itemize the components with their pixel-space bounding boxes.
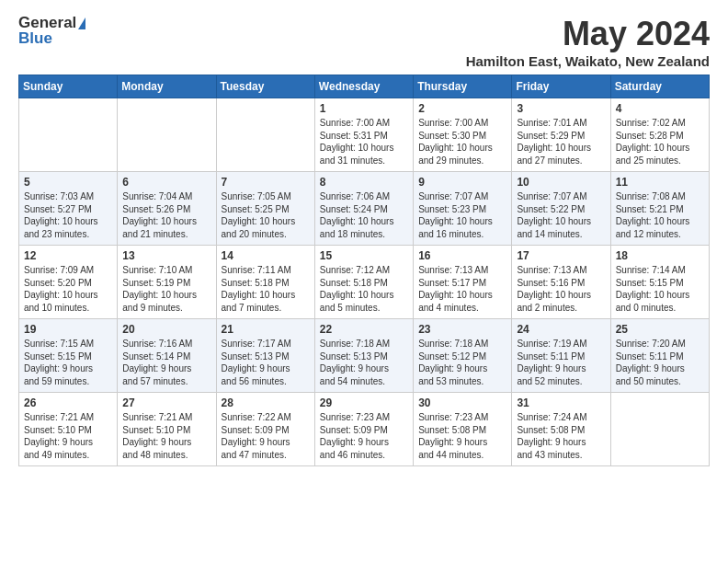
calendar-cell: 30Sunrise: 7:23 AM Sunset: 5:08 PM Dayli… [414,393,512,466]
day-number: 3 [517,102,605,115]
calendar-cell: 13Sunrise: 7:10 AM Sunset: 5:19 PM Dayli… [118,246,216,319]
cell-content: Sunrise: 7:14 AM Sunset: 5:15 PM Dayligh… [616,264,704,314]
calendar-cell: 8Sunrise: 7:06 AM Sunset: 5:24 PM Daylig… [314,172,413,246]
cell-content: Sunrise: 7:18 AM Sunset: 5:13 PM Dayligh… [320,338,408,387]
cell-content: Sunrise: 7:01 AM Sunset: 5:29 PM Dayligh… [517,117,605,167]
calendar-cell: 9Sunrise: 7:07 AM Sunset: 5:23 PM Daylig… [414,172,512,246]
day-number: 13 [122,249,210,262]
calendar-cell: 29Sunrise: 7:23 AM Sunset: 5:09 PM Dayli… [314,393,413,466]
cell-content: Sunrise: 7:19 AM Sunset: 5:11 PM Dayligh… [517,338,605,387]
day-header-friday: Friday [512,75,610,98]
cell-content: Sunrise: 7:05 AM Sunset: 5:25 PM Dayligh… [222,190,310,240]
cell-content: Sunrise: 7:08 AM Sunset: 5:21 PM Dayligh… [616,190,704,240]
calendar-cell: 14Sunrise: 7:11 AM Sunset: 5:18 PM Dayli… [216,246,314,319]
cell-content: Sunrise: 7:00 AM Sunset: 5:30 PM Dayligh… [418,117,506,167]
day-number: 18 [616,249,704,262]
calendar-cell: 26Sunrise: 7:21 AM Sunset: 5:10 PM Dayli… [19,393,118,466]
calendar-cell [19,98,118,172]
day-number: 14 [222,249,310,262]
day-number: 8 [320,176,408,189]
calendar-cell [118,98,216,172]
calendar-cell: 11Sunrise: 7:08 AM Sunset: 5:21 PM Dayli… [610,172,709,246]
day-number: 17 [517,249,605,262]
calendar-cell: 18Sunrise: 7:14 AM Sunset: 5:15 PM Dayli… [610,246,709,319]
day-number: 31 [517,396,605,409]
cell-content: Sunrise: 7:16 AM Sunset: 5:14 PM Dayligh… [122,338,210,387]
cell-content: Sunrise: 7:15 AM Sunset: 5:15 PM Dayligh… [24,338,112,387]
calendar-cell: 1Sunrise: 7:00 AM Sunset: 5:31 PM Daylig… [314,98,413,172]
day-number: 5 [24,176,112,189]
day-number: 21 [222,323,310,336]
day-number: 22 [320,323,408,336]
cell-content: Sunrise: 7:03 AM Sunset: 5:27 PM Dayligh… [24,190,112,240]
calendar-cell: 17Sunrise: 7:13 AM Sunset: 5:16 PM Dayli… [512,246,610,319]
day-number: 20 [122,323,210,336]
cell-content: Sunrise: 7:21 AM Sunset: 5:10 PM Dayligh… [122,411,210,461]
title-block: May 2024 Hamilton East, Waikato, New Zea… [466,15,710,69]
calendar-cell: 10Sunrise: 7:07 AM Sunset: 5:22 PM Dayli… [512,172,610,246]
cell-content: Sunrise: 7:23 AM Sunset: 5:09 PM Dayligh… [320,411,408,461]
calendar-cell: 5Sunrise: 7:03 AM Sunset: 5:27 PM Daylig… [19,172,118,246]
calendar-cell: 21Sunrise: 7:17 AM Sunset: 5:13 PM Dayli… [216,319,314,393]
cell-content: Sunrise: 7:07 AM Sunset: 5:22 PM Dayligh… [517,190,605,240]
day-number: 25 [616,323,704,336]
day-number: 19 [24,323,112,336]
calendar-cell: 3Sunrise: 7:01 AM Sunset: 5:29 PM Daylig… [512,98,610,172]
calendar-week-2: 5Sunrise: 7:03 AM Sunset: 5:27 PM Daylig… [19,172,710,246]
calendar-cell [610,393,709,466]
location-title: Hamilton East, Waikato, New Zealand [466,53,710,69]
day-header-tuesday: Tuesday [216,75,314,98]
calendar-cell: 15Sunrise: 7:12 AM Sunset: 5:18 PM Dayli… [314,246,413,319]
day-header-saturday: Saturday [610,75,709,98]
cell-content: Sunrise: 7:13 AM Sunset: 5:16 PM Dayligh… [517,264,605,314]
day-header-thursday: Thursday [414,75,512,98]
calendar-cell: 6Sunrise: 7:04 AM Sunset: 5:26 PM Daylig… [118,172,216,246]
calendar-cell: 27Sunrise: 7:21 AM Sunset: 5:10 PM Dayli… [118,393,216,466]
cell-content: Sunrise: 7:22 AM Sunset: 5:09 PM Dayligh… [222,411,310,461]
day-number: 10 [517,176,605,189]
cell-content: Sunrise: 7:17 AM Sunset: 5:13 PM Dayligh… [222,338,310,387]
page-header: General Blue May 2024 Hamilton East, Wai… [18,15,710,69]
day-number: 28 [222,396,310,409]
calendar-cell: 22Sunrise: 7:18 AM Sunset: 5:13 PM Dayli… [314,319,413,393]
cell-content: Sunrise: 7:12 AM Sunset: 5:18 PM Dayligh… [320,264,408,314]
day-number: 12 [24,249,112,262]
day-number: 15 [320,249,408,262]
calendar-body: 1Sunrise: 7:00 AM Sunset: 5:31 PM Daylig… [19,98,710,466]
day-number: 16 [418,249,506,262]
calendar-cell: 2Sunrise: 7:00 AM Sunset: 5:30 PM Daylig… [414,98,512,172]
cell-content: Sunrise: 7:13 AM Sunset: 5:17 PM Dayligh… [418,264,506,314]
cell-content: Sunrise: 7:18 AM Sunset: 5:12 PM Dayligh… [418,338,506,387]
calendar-week-3: 12Sunrise: 7:09 AM Sunset: 5:20 PM Dayli… [19,246,710,319]
day-number: 4 [616,102,704,115]
logo-blue: Blue [18,30,85,48]
calendar-cell: 12Sunrise: 7:09 AM Sunset: 5:20 PM Dayli… [19,246,118,319]
calendar-cell: 23Sunrise: 7:18 AM Sunset: 5:12 PM Dayli… [414,319,512,393]
calendar-cell: 7Sunrise: 7:05 AM Sunset: 5:25 PM Daylig… [216,172,314,246]
calendar-cell: 31Sunrise: 7:24 AM Sunset: 5:08 PM Dayli… [512,393,610,466]
calendar-header-row: SundayMondayTuesdayWednesdayThursdayFrid… [19,75,710,98]
calendar-week-5: 26Sunrise: 7:21 AM Sunset: 5:10 PM Dayli… [19,393,710,466]
cell-content: Sunrise: 7:04 AM Sunset: 5:26 PM Dayligh… [122,190,210,240]
calendar-week-4: 19Sunrise: 7:15 AM Sunset: 5:15 PM Dayli… [19,319,710,393]
day-number: 2 [418,102,506,115]
day-number: 7 [222,176,310,189]
day-number: 11 [616,176,704,189]
day-header-monday: Monday [118,75,216,98]
calendar-cell: 20Sunrise: 7:16 AM Sunset: 5:14 PM Dayli… [118,319,216,393]
day-number: 24 [517,323,605,336]
calendar-cell [216,98,314,172]
cell-content: Sunrise: 7:10 AM Sunset: 5:19 PM Dayligh… [122,264,210,314]
logo: General Blue [18,15,85,47]
day-number: 26 [24,396,112,409]
cell-content: Sunrise: 7:06 AM Sunset: 5:24 PM Dayligh… [320,190,408,240]
day-number: 1 [320,102,408,115]
day-number: 23 [418,323,506,336]
calendar-cell: 25Sunrise: 7:20 AM Sunset: 5:11 PM Dayli… [610,319,709,393]
day-number: 30 [418,396,506,409]
calendar-cell: 16Sunrise: 7:13 AM Sunset: 5:17 PM Dayli… [414,246,512,319]
cell-content: Sunrise: 7:23 AM Sunset: 5:08 PM Dayligh… [418,411,506,461]
cell-content: Sunrise: 7:21 AM Sunset: 5:10 PM Dayligh… [24,411,112,461]
month-title: May 2024 [466,15,710,53]
cell-content: Sunrise: 7:00 AM Sunset: 5:31 PM Dayligh… [320,117,408,167]
